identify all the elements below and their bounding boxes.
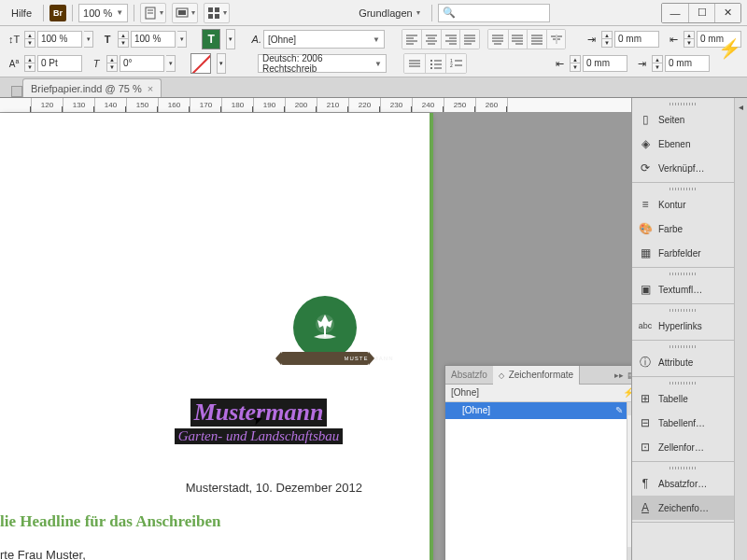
view-options-button[interactable] [140,3,166,23]
arrange-docs-button[interactable] [204,3,230,23]
stepper[interactable]: ▲▼ [106,55,118,72]
scroll-up-icon[interactable]: ▲ [627,402,631,415]
dock-grip[interactable] [632,100,734,107]
skew-value[interactable]: 0° [120,55,164,72]
dock-seiten[interactable]: ▯Seiten [632,107,734,132]
char-styles-panel[interactable]: Absatzfo ◇ Zeichenformate ▸▸ ▤ [Ohne] ⚡ [444,365,631,560]
indent-right-value[interactable]: 0 mm [583,55,627,72]
justify-left-button[interactable] [459,30,479,49]
dock-grip[interactable] [632,379,734,386]
dock-label: Verknüpf… [658,163,704,174]
dock-grip[interactable] [632,464,734,471]
dropdown-icon[interactable]: ▾ [166,55,176,72]
zoom-combo[interactable]: 100 % ▼ [78,4,128,22]
svg-rect-8 [215,14,219,19]
dropdown-icon[interactable]: ▾ [177,31,187,48]
justify-right-button[interactable] [508,30,528,49]
panel-menu-icon[interactable]: ▤ [627,371,631,380]
indent-right[interactable]: ⇤ ▲▼ 0 mm [551,55,627,72]
stepper[interactable]: ▲▼ [24,31,35,48]
stepper[interactable]: ▲▼ [652,55,663,72]
skew[interactable]: T ▲▼ 0° ▾ [88,55,176,72]
dropdown-icon[interactable]: ▾ [84,31,93,48]
stepper[interactable]: ▲▼ [118,31,129,48]
panel-expand-icon[interactable]: ▸▸ [614,371,624,380]
tab-prev-button[interactable] [11,86,22,97]
ruler-tick: 180 [222,98,254,112]
indent-left[interactable]: ⇥ ▲▼ 0 mm [583,31,659,48]
char-style-combo[interactable]: [Ohne] ▼ [263,30,385,49]
panel-tab-absatz[interactable]: Absatzfo [445,366,493,385]
bridge-icon[interactable]: Br [49,5,66,21]
bullet-list-button[interactable] [425,54,445,73]
dock-grip[interactable] [632,185,734,192]
dock-tabellenf[interactable]: ⊟Tabellenf… [632,411,734,435]
workspace-switcher[interactable]: Grundlagen ▾ [353,7,426,19]
style-item-ohne[interactable]: [Ohne] ✎ [445,402,631,419]
hscale-value[interactable]: 100 % [37,31,82,48]
edit-icon[interactable]: ✎ [615,402,623,419]
vscale-icon: T [99,31,116,48]
align-left-button[interactable] [402,30,422,49]
align-right-button[interactable] [441,30,460,49]
grid-icon [206,6,221,21]
horizontal-scale[interactable]: ↕T ▲▼ 100 % ▾ [6,31,93,48]
vertical-scale[interactable]: T ▲▼ 100 % ▾ [99,31,187,48]
align-spine-button[interactable] [546,30,566,49]
stroke-dropdown[interactable]: ▾ [217,53,226,74]
dock-verknuepf[interactable]: ⟳Verknüpf… [632,156,734,180]
stepper[interactable]: ▲▼ [24,55,35,72]
menu-help[interactable]: Hilfe [6,6,37,21]
stroke-swatch[interactable] [190,53,211,74]
fill-swatch[interactable]: T [202,29,221,49]
dock-farbe[interactable]: 🎨Farbe [632,217,734,241]
justify-center-button[interactable] [488,30,508,49]
indent-left-value[interactable]: 0 mm [614,31,659,48]
stepper[interactable]: ▲▼ [570,55,581,72]
logo-ribbon-text: MUSTERMANN [325,352,413,365]
maximize-button[interactable]: ☐ [688,4,714,22]
dock-absatzfor[interactable]: ¶Absatzfor… [632,471,734,496]
panel-tab-zeichen[interactable]: ◇ Zeichenformate [493,366,580,385]
fill-dropdown[interactable]: ▾ [226,29,234,49]
search-field[interactable]: 🔍 [438,4,550,22]
vscale-value[interactable]: 100 % [131,31,176,48]
scrollbar[interactable]: ▲ ▼ [627,402,631,560]
close-button[interactable]: ✕ [714,4,740,22]
dock-grip[interactable] [632,306,734,314]
stepper[interactable]: ▲▼ [684,31,695,48]
dock-zeichenfo[interactable]: AZeichenfo… [632,496,734,520]
dock-collapse-button[interactable]: ◂ [734,98,747,560]
dock-zellenfor[interactable]: ⊡Zellenfor… [632,435,734,459]
quick-apply-icon[interactable]: ⚡ [718,37,741,60]
char-style-picker[interactable]: A. [Ohne] ▼ [252,30,385,49]
dock-kontur[interactable]: ≡Kontur [632,192,734,217]
canvas[interactable]: MUSTERMANN Mustermann Garten- und Landsc… [0,113,631,560]
close-icon[interactable]: × [148,83,153,94]
stepper[interactable]: ▲▼ [601,31,613,48]
dock-grip[interactable] [632,343,734,350]
scroll-dn-icon[interactable]: ▼ [627,547,631,560]
dock-ebenen[interactable]: ◈Ebenen [632,132,734,156]
screen-mode-button[interactable] [172,3,198,23]
dock-hyperlinks[interactable]: abcHyperlinks [632,314,734,338]
number-list-button[interactable]: 12 [445,54,466,73]
dock-farbfelder[interactable]: ▦Farbfelder [632,241,734,265]
horizontal-ruler[interactable]: 1201301401501601701801902002102202302402… [0,98,631,113]
document-tab[interactable]: Briefpapier.indd @ 75 % × [22,78,162,97]
no-list-button[interactable] [404,54,425,73]
baseline-value[interactable]: 0 Pt [37,55,82,72]
minimize-button[interactable]: — [662,4,688,22]
baseline-shift[interactable]: Aa ▲▼ 0 Pt [6,55,82,72]
dock-tabelle[interactable]: ⊞Tabelle [632,386,734,411]
align-center-button[interactable] [421,30,441,49]
dock-grip[interactable] [632,270,734,277]
indent-last[interactable]: ⇥ ▲▼ 0 mm [633,55,710,72]
dock-attribute[interactable]: ⓘAttribute [632,350,734,374]
justify-all-button[interactable] [527,30,546,49]
charstyle-icon: A. [252,34,261,45]
language-combo[interactable]: Deutsch: 2006 Rechtschreib ▼ [258,54,387,73]
quick-apply-icon[interactable]: ⚡ [623,385,631,401]
dock-textumfl[interactable]: ▣Textumfl… [632,277,734,301]
indent-last-value[interactable]: 0 mm [665,55,710,72]
